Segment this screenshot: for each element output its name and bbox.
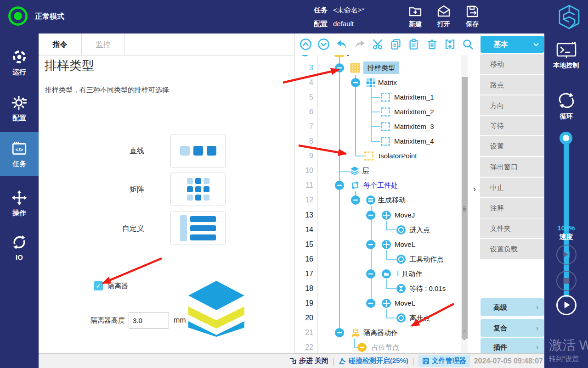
circle-down-icon[interactable] (317, 38, 330, 50)
header-action-保存[interactable]: 保存 (465, 4, 480, 28)
file-manager-button[interactable]: 文件管理器 (418, 355, 470, 367)
tree-row-每个工件处[interactable]: 11每个工件处 (295, 178, 460, 193)
play-button[interactable] (556, 295, 577, 315)
tree-row-占位节点[interactable]: 22占位节点 (295, 340, 460, 355)
row-number: 5 (295, 90, 313, 105)
command-item-中止[interactable]: 中止 (480, 178, 544, 197)
undo-icon[interactable] (335, 38, 348, 50)
paste-icon[interactable] (407, 38, 420, 50)
tree-node-label: MatrixItem_4 (394, 134, 434, 149)
header-action-打开[interactable]: 打开 (436, 4, 451, 28)
collapse-toggle-icon[interactable] (335, 328, 344, 337)
collapse-toggle-icon[interactable] (366, 240, 375, 249)
tree-row-MoveJ[interactable]: 13MoveJ (295, 208, 460, 223)
tree-row-MatrixItem_3[interactable]: 7MatrixItem_3 (295, 119, 460, 134)
tree-row-生成移动[interactable]: 12生成移动 (295, 193, 460, 207)
tree-row-离开点[interactable]: 20离开点 (295, 311, 460, 325)
collapse-toggle-icon[interactable] (351, 195, 360, 205)
sidebar-item-运行[interactable]: 运行 (0, 40, 39, 84)
cut-icon[interactable] (372, 38, 384, 50)
tree-scroll-buttons[interactable]: ⌃⌄ (461, 329, 468, 341)
tree-node-label: 占位节点 (372, 340, 399, 355)
collision-detect-status[interactable]: 碰撞检测开启(25%) (339, 357, 408, 365)
divider: | (413, 357, 414, 365)
trash-icon[interactable] (426, 38, 438, 50)
command-item-方向[interactable]: 方向 (480, 95, 544, 115)
copy-icon[interactable] (390, 38, 402, 50)
local-control-button[interactable]: 本地控制 (544, 42, 588, 70)
command-item-等待[interactable]: 等待 (480, 116, 544, 135)
command-item-设置负载[interactable]: 设置负载 (480, 239, 544, 259)
tree-row-隔离器动作[interactable]: 21隔离器动作 (295, 325, 460, 340)
collapse-toggle-icon[interactable] (366, 299, 375, 308)
command-item-文件夹[interactable]: 文件夹 (480, 218, 544, 238)
command-category-label: 基本 (493, 40, 508, 48)
circle-up-icon[interactable] (300, 38, 312, 50)
tree-node-label: Matrix (378, 75, 397, 90)
command-item-移动[interactable]: 移动 (480, 54, 544, 74)
command-item-设置[interactable]: 设置 (480, 136, 544, 156)
tree-row-工具动作[interactable]: 17工具动作 (295, 267, 460, 281)
tree-row-MatrixItem_1[interactable]: 5MatrixItem_1 (295, 90, 460, 105)
header-action-新建[interactable]: 新建 (408, 4, 423, 28)
step-mode-status[interactable]: 步进 关闭 (289, 357, 328, 365)
loop-button[interactable]: 循环 (544, 91, 588, 121)
step-run-button[interactable] (556, 245, 577, 265)
tree-row-排样类型[interactable]: 3排样类型 (295, 61, 460, 75)
tree-row-进入点[interactable]: 14进入点 (295, 223, 460, 237)
command-category-basic[interactable]: 基本 (481, 36, 544, 53)
tree-row-MatrixItem_4[interactable]: 8MatrixItem_4 (295, 134, 460, 149)
command-item-路点[interactable]: 路点 (480, 75, 544, 95)
command-group-高级[interactable]: 高级› (481, 298, 544, 316)
sidebar-item-操作[interactable]: 操作 (0, 181, 39, 225)
command-item-注释[interactable]: 注释 (480, 198, 544, 218)
isolator-height-row: 隔离器高度 mm (90, 312, 186, 329)
windows-watermark-line2: 转到"设置 (549, 355, 588, 363)
tree-scrollbar[interactable] (461, 55, 468, 353)
sidebar-item-IO[interactable]: IO (0, 225, 39, 269)
config-value: default (333, 20, 354, 28)
option-card-line[interactable] (170, 134, 226, 167)
tree-row-Matrix[interactable]: 4Matrix (295, 75, 460, 90)
tree-row-层[interactable]: 10层 (295, 163, 460, 178)
open-file-icon (436, 4, 451, 19)
sidebar-item-任务[interactable]: </>任务 (0, 132, 39, 176)
search-icon[interactable] (462, 38, 474, 50)
tab-指令[interactable]: 指令 (39, 33, 82, 55)
collapse-toggle-icon[interactable] (366, 269, 375, 279)
isolator-checkbox[interactable]: ✓ (94, 281, 103, 290)
tree-node-label: MatrixItem_1 (394, 90, 434, 105)
collapse-toggle-icon[interactable] (335, 63, 344, 72)
terminal-icon (556, 42, 577, 59)
tree-row-IsolatorPoint[interactable]: 9IsolatorPoint (295, 149, 460, 163)
floppy-icon (422, 357, 430, 365)
panel-expander-chevron[interactable]: › (469, 183, 480, 195)
command-group-复合[interactable]: 复合› (481, 319, 544, 337)
config-icon (11, 95, 28, 111)
tree-node-label: 隔离器动作 (363, 325, 398, 340)
collapse-toggle-icon[interactable] (351, 78, 360, 87)
tree-row-MatrixItem_2[interactable]: 6MatrixItem_2 (295, 105, 460, 119)
robot-icon (339, 357, 346, 365)
sidebar-item-配置[interactable]: 配置 (0, 86, 39, 130)
command-item-弹出窗口[interactable]: 弹出窗口 (480, 157, 544, 177)
speed-slider-knob[interactable] (560, 132, 572, 145)
command-group-插件[interactable]: 插件› (481, 338, 544, 353)
collapse-toggle-icon[interactable] (366, 211, 375, 220)
command-panel: 基本 移动路点方向等待设置弹出窗口中止注释文件夹设置负载 高级›复合›插件› (480, 33, 544, 353)
stop-button[interactable] (556, 271, 577, 291)
tree-row-MoveL[interactable]: 19MoveL (295, 296, 460, 311)
option-card-matrix[interactable] (170, 173, 226, 206)
collapse-toggle-icon[interactable] (335, 181, 344, 190)
tree-row-等待 : 0.01s[interactable]: 18等待 : 0.01s (295, 281, 460, 296)
fit-icon[interactable] (444, 38, 456, 50)
tree-row-MoveL[interactable]: 15MoveL (295, 237, 460, 252)
isolator-row: ✓ 隔离器 (94, 281, 128, 290)
tree-scrollbar-thumb[interactable] (462, 77, 468, 339)
row-number: 18 (295, 281, 313, 296)
tree-row-工具动作点[interactable]: 16工具动作点 (295, 252, 460, 267)
option-card-custom[interactable] (170, 212, 226, 245)
tab-监控[interactable]: 监控 (82, 33, 125, 55)
redo-icon[interactable] (354, 38, 366, 50)
isolator-height-input[interactable] (129, 312, 169, 329)
